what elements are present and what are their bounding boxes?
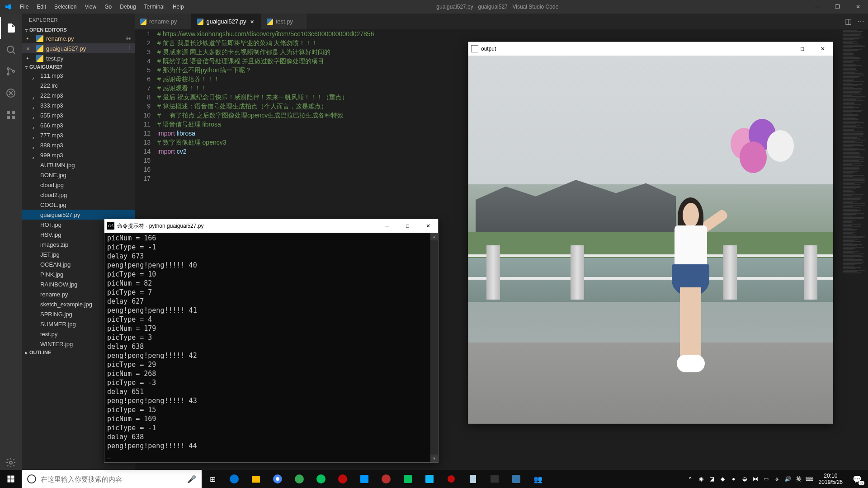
file-tree-item[interactable]: AUTUMN.jpg	[22, 160, 135, 170]
menu-file[interactable]: File	[16, 2, 33, 12]
file-tree-item[interactable]: 666.mp3	[22, 120, 135, 130]
file-tree-item[interactable]: 333.mp3	[22, 100, 135, 110]
explorer-icon[interactable]	[0, 17, 22, 39]
taskbar-chrome[interactable]	[267, 470, 288, 488]
taskbar-explorer[interactable]	[245, 470, 267, 488]
cmd-titlebar[interactable]: C:\ 命令提示符 - python guaiguai527.py ─ □ ✕	[104, 219, 438, 233]
open-editor-item[interactable]: ●rename.py9+	[22, 33, 135, 43]
scm-icon[interactable]	[0, 61, 22, 82]
tray-wifi-icon[interactable]: ⚹	[772, 470, 783, 488]
tray-wechat-icon[interactable]: ◒	[739, 470, 750, 488]
file-name: RAINBOW.jpg	[40, 281, 77, 288]
menu-terminal[interactable]: Terminal	[140, 2, 169, 12]
menu-selection[interactable]: Selection	[50, 2, 80, 12]
tray-chrome-icon[interactable]: ●	[728, 470, 739, 488]
file-tree-item[interactable]: BONE.jpg	[22, 170, 135, 180]
editor-tab[interactable]: rename.py	[135, 14, 192, 29]
cmd-scrollbar[interactable]: ▲ ▼	[430, 233, 438, 462]
close-icon[interactable]: ×	[249, 19, 255, 25]
taskbar-app3[interactable]	[419, 470, 440, 488]
file-name: 333.mp3	[40, 102, 63, 109]
tray-app-icon[interactable]: ◪	[707, 470, 717, 488]
file-tree-item[interactable]: 222.lrc	[22, 80, 135, 90]
file-tree-item[interactable]: cloud.jpg	[22, 180, 135, 190]
file-tree-item[interactable]: 555.mp3	[22, 110, 135, 120]
taskbar-cmd[interactable]	[484, 470, 505, 488]
taskbar-app2[interactable]	[397, 470, 419, 488]
search-input[interactable]	[41, 475, 187, 483]
tray-bt-icon[interactable]: ⧓	[750, 470, 761, 488]
file-tree-item[interactable]: guaiguai527.py	[22, 210, 135, 220]
open-editor-item[interactable]: ●test.py	[22, 53, 135, 63]
search-box[interactable]: 🎤	[22, 470, 202, 488]
file-tree-item[interactable]: 111.mp3	[22, 70, 135, 80]
minimize-button[interactable]: ─	[807, 0, 827, 14]
notification-icon[interactable]: 💬3	[846, 470, 868, 488]
menu-view[interactable]: View	[80, 2, 100, 12]
mic-icon[interactable]: 🎤	[187, 475, 196, 483]
svg-rect-28	[512, 475, 520, 483]
tray-ime-icon[interactable]: 英	[793, 470, 804, 488]
svg-rect-8	[12, 116, 15, 119]
open-editor-item[interactable]: ×guaiguai527.py1	[22, 43, 135, 53]
taskbar-netease[interactable]	[332, 470, 354, 488]
scroll-down-icon[interactable]: ▼	[430, 455, 438, 462]
tray-keyboard-icon[interactable]: ⌨	[804, 470, 815, 488]
debug-icon[interactable]	[0, 82, 22, 104]
scroll-up-icon[interactable]: ▲	[430, 233, 438, 240]
menu-edit[interactable]: Edit	[33, 2, 50, 12]
menu-debug[interactable]: Debug	[116, 2, 140, 12]
taskbar-record[interactable]	[440, 470, 462, 488]
output-close[interactable]: ✕	[812, 42, 833, 56]
taskbar-wechat[interactable]	[310, 470, 332, 488]
cmd-close[interactable]: ✕	[418, 219, 438, 233]
minimap[interactable]	[841, 29, 868, 474]
cmd-maximize[interactable]: □	[397, 219, 418, 233]
taskbar-python[interactable]	[505, 470, 527, 488]
file-name: 222.mp3	[40, 92, 63, 99]
folder-header[interactable]: ▿GUAIGUAI527	[22, 63, 135, 70]
search-icon[interactable]	[0, 39, 22, 61]
file-tree-item[interactable]: 888.mp3	[22, 140, 135, 150]
cmd-minimize[interactable]: ─	[377, 219, 397, 233]
split-editor-icon[interactable]: ◫	[845, 17, 852, 26]
tray-volume-icon[interactable]: 🔊	[783, 470, 793, 488]
output-window[interactable]: output ─ □ ✕	[468, 42, 833, 424]
tray-app2-icon[interactable]: ◆	[717, 470, 728, 488]
cmd-window[interactable]: C:\ 命令提示符 - python guaiguai527.py ─ □ ✕ …	[104, 219, 439, 463]
taskbar-vscode[interactable]	[354, 470, 375, 488]
tray-steam-icon[interactable]: ◉	[696, 470, 707, 488]
more-icon[interactable]: ⋯	[857, 17, 864, 26]
taskbar-chrome2[interactable]	[288, 470, 310, 488]
maximize-button[interactable]: ❐	[827, 0, 848, 14]
output-minimize[interactable]: ─	[772, 42, 792, 56]
tray-battery-icon[interactable]: ▭	[761, 470, 772, 488]
taskbar-notepad[interactable]	[462, 470, 484, 488]
taskbar-clock[interactable]: 20:10 2019/5/26	[815, 473, 846, 485]
editor-tab[interactable]: test.py	[261, 14, 308, 29]
close-icon[interactable]: ×	[26, 45, 30, 52]
output-maximize[interactable]: □	[792, 42, 812, 56]
taskbar-edge[interactable]	[223, 470, 245, 488]
file-tree-item[interactable]: cloud2.jpg	[22, 190, 135, 200]
editor-tab[interactable]: guaiguai527.py×	[192, 14, 261, 29]
python-file-icon	[36, 35, 43, 42]
file-tree-item[interactable]: 222.mp3	[22, 90, 135, 100]
file-tree-item[interactable]: COOL.jpg	[22, 200, 135, 210]
file-tree-item[interactable]: 777.mp3	[22, 130, 135, 140]
menu-help[interactable]: Help	[169, 2, 188, 12]
taskbar-people[interactable]: 👥	[527, 470, 549, 488]
cmd-output[interactable]: picNum = 166 picType = -1 delay 673 peng…	[104, 233, 438, 462]
task-view-icon[interactable]: ⊞	[202, 470, 223, 488]
close-button[interactable]: ✕	[848, 0, 868, 14]
open-editors-header[interactable]: ▿OPEN EDITORS	[22, 26, 135, 33]
menu-go[interactable]: Go	[100, 2, 116, 12]
file-name: cloud2.jpg	[40, 192, 67, 198]
output-titlebar[interactable]: output ─ □ ✕	[468, 42, 833, 56]
start-button[interactable]	[0, 470, 22, 488]
file-tree-item[interactable]: 999.mp3	[22, 150, 135, 160]
output-icon	[471, 45, 478, 52]
tray-chevron-icon[interactable]: ^	[685, 470, 696, 488]
extensions-icon[interactable]	[0, 104, 22, 126]
taskbar-app1[interactable]	[375, 470, 397, 488]
